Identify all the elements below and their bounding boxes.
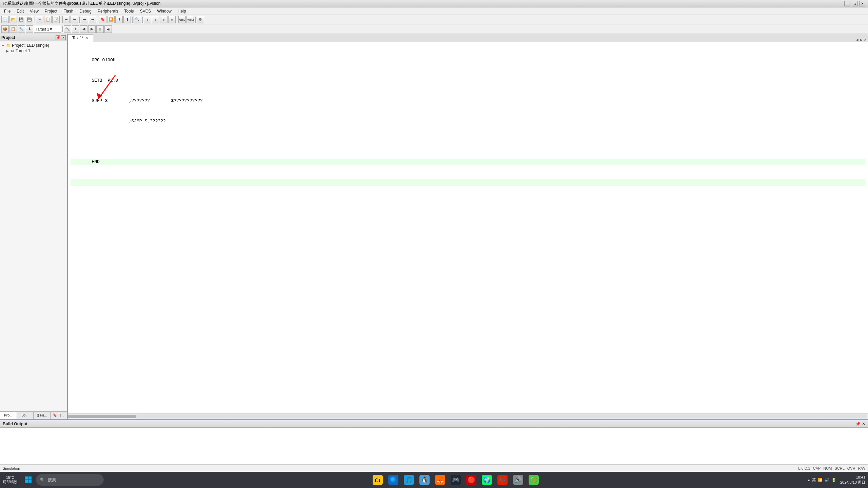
bookmark-next-button[interactable]: ⏬ <box>107 16 115 23</box>
menu-project[interactable]: Project <box>42 8 60 14</box>
taskbar-app-red[interactable]: 🔴 <box>464 473 478 487</box>
build-output-controls: 📌 ✕ <box>855 422 865 426</box>
status-right: L:6 C:1 CAP NUM SCRL OVR R/W <box>798 466 865 470</box>
new-file-button[interactable]: 📄 <box>1 16 9 23</box>
tb2-btn10[interactable]: ⏭ <box>104 25 112 33</box>
build-button[interactable]: ● <box>160 16 167 23</box>
taskbar-app-browser1[interactable] <box>386 473 400 487</box>
editor-scrollbar[interactable] <box>68 413 868 419</box>
start-button[interactable] <box>22 473 35 486</box>
tb2-btn4[interactable]: ⬇ <box>26 25 33 33</box>
menu-tools[interactable]: Tools <box>122 8 137 14</box>
run-button[interactable]: ● <box>144 16 151 23</box>
taskbar-app-steam[interactable]: 🎮 <box>449 473 463 487</box>
tab-functions[interactable]: {} Fu... <box>34 412 51 419</box>
tab-close-button[interactable]: ✕ <box>85 36 89 40</box>
systray-battery-icon[interactable]: 🔋 <box>831 478 836 482</box>
menu-flash[interactable]: Flash <box>61 8 76 14</box>
red-app-icon: 🔴 <box>466 475 476 485</box>
indent-button[interactable]: ⬇ <box>115 16 123 23</box>
tb2-btn5[interactable]: 🔨 <box>64 25 71 33</box>
taskbar-app-fox[interactable]: 🦊 <box>433 473 447 487</box>
nav-back-button[interactable]: ⬅ <box>81 16 88 23</box>
taskbar-app-green[interactable]: 🟢 <box>527 473 541 487</box>
copy-button[interactable]: 📋 <box>44 16 52 23</box>
tab-scroll-left-button[interactable]: ◀ <box>856 38 859 42</box>
cut-button[interactable]: ✂ <box>36 16 43 23</box>
systray-lang[interactable]: 英 <box>812 477 816 483</box>
tab-books[interactable]: Bo... <box>17 412 34 419</box>
build-output-close-button[interactable]: ✕ <box>862 422 865 426</box>
systray-expand-button[interactable]: ∧ <box>808 478 810 482</box>
save-button[interactable]: 💾 <box>18 16 25 23</box>
memory-button[interactable]: MEM <box>186 16 194 23</box>
menu-view[interactable]: View <box>27 8 41 14</box>
find-button[interactable]: 🔍 <box>134 16 141 23</box>
register-button[interactable]: REG <box>178 16 186 23</box>
build-output-pin-button[interactable]: 📌 <box>855 422 861 426</box>
systray-sound-icon[interactable]: 🔊 <box>825 478 829 482</box>
redo-button[interactable]: ↪ <box>71 16 78 23</box>
menu-debug[interactable]: Debug <box>77 8 94 14</box>
settings-button[interactable]: ⚙ <box>197 16 204 23</box>
stop-button[interactable]: ● <box>168 16 176 23</box>
taskbar-app-explorer[interactable]: 🗂 <box>371 473 385 487</box>
menu-window[interactable]: Window <box>154 8 174 14</box>
target-dropdown[interactable]: Target 1 ▼ <box>34 26 61 33</box>
tb2-btn1[interactable]: 📦 <box>1 25 9 33</box>
tb2-btn2[interactable]: 📋 <box>9 25 17 33</box>
toolbar2: 📦 📋 🔧 ⬇ Target 1 ▼ 🔨 ⬆ ◀ ▶ ⏸ ⏭ <box>0 24 868 34</box>
tab-navigation-controls: ◀ ▶ ✕ <box>854 38 868 42</box>
tb2-btn3[interactable]: 🔧 <box>18 25 25 33</box>
status-bar: Simulation L:6 C:1 CAP NUM SCRL OVR R/W <box>0 464 868 472</box>
tab-scroll-right-button[interactable]: ▶ <box>860 38 863 42</box>
maximize-button[interactable]: □ <box>852 1 858 6</box>
systray-wifi-icon[interactable]: 📶 <box>818 478 823 482</box>
taskbar-app-edge[interactable]: 🌍 <box>480 473 494 487</box>
tb2-btn9[interactable]: ⏸ <box>96 25 104 33</box>
code-line-4: ;SJMP $,?????? <box>71 118 865 125</box>
tree-project-root[interactable]: ▼ 📁 Project: LED (single) <box>1 43 66 48</box>
tb2-btn7[interactable]: ◀ <box>80 25 87 33</box>
toolbar1: 📄 📂 💾 💾 ✂ 📋 📝 ↩ ↪ ⬅ ➡ 🔖 ⏬ ⬇ ⬆ 🔍 ● ● ● ● … <box>0 15 868 24</box>
panel-pin-button[interactable]: 📌 <box>56 35 60 40</box>
outdent-button[interactable]: ⬆ <box>123 16 131 23</box>
menu-svcs[interactable]: SVCS <box>137 8 154 14</box>
menu-peripherals[interactable]: Peripherals <box>95 8 121 14</box>
close-button[interactable]: ✕ <box>859 1 865 6</box>
panel-close-button[interactable]: ✕ <box>61 35 66 40</box>
undo-button[interactable]: ↩ <box>62 16 70 23</box>
tb2-btn8[interactable]: ▶ <box>88 25 96 33</box>
menu-help[interactable]: Help <box>175 8 189 14</box>
taskbar-systray: ∧ 英 📶 🔊 🔋 <box>808 477 836 483</box>
menu-file[interactable]: File <box>1 8 13 14</box>
open-button[interactable]: 📂 <box>9 16 17 23</box>
taskbar-search[interactable]: 🔍 搜索 <box>36 474 104 486</box>
tab-close-all-button[interactable]: ✕ <box>864 38 867 42</box>
svg-point-6 <box>390 476 397 483</box>
tb2-btn6[interactable]: ⬆ <box>72 25 79 33</box>
taskbar-apps: 🗂 🎵 🐧 🦊 <box>105 473 806 487</box>
taskbar-clock[interactable]: 18:41 2024/3/10 周日 <box>840 475 865 485</box>
tree-target1[interactable]: ▶ 🗂 Target 1 <box>1 48 66 54</box>
taskbar-app-kugou[interactable]: 🎵 <box>402 473 416 487</box>
editor-tab-text1[interactable]: Text1* ✕ <box>68 34 93 42</box>
tab-project[interactable]: Pro... <box>0 412 17 419</box>
scrollbar-thumb[interactable] <box>68 415 136 418</box>
taskbar-app-music[interactable]: 🎶 <box>495 473 510 487</box>
taskbar-app-penguin[interactable]: 🐧 <box>417 473 432 487</box>
edge-icon: 🌍 <box>482 475 492 485</box>
taskbar-app-sound[interactable]: 🔊 <box>511 473 525 487</box>
paste-button[interactable]: 📝 <box>52 16 60 23</box>
editor-content[interactable]: ORG 0100H SETB P2.0 SJMP $ ;??????? $???… <box>68 42 868 413</box>
menu-edit[interactable]: Edit <box>14 8 26 14</box>
save-all-button[interactable]: 💾 <box>26 16 33 23</box>
project-panel: Project 📌 ✕ ▼ 📁 Project: LED (single) ▶ … <box>0 34 68 419</box>
tree-project-label: Project: LED (single) <box>12 43 49 48</box>
minimize-button[interactable]: — <box>844 1 850 6</box>
step-button[interactable]: ● <box>152 16 159 23</box>
bookmark-button[interactable]: 🔖 <box>99 16 106 23</box>
tab-templates[interactable]: 🔖 Te... <box>51 412 67 419</box>
nav-forward-button[interactable]: ➡ <box>89 16 96 23</box>
scrollbar-track[interactable] <box>68 414 867 419</box>
